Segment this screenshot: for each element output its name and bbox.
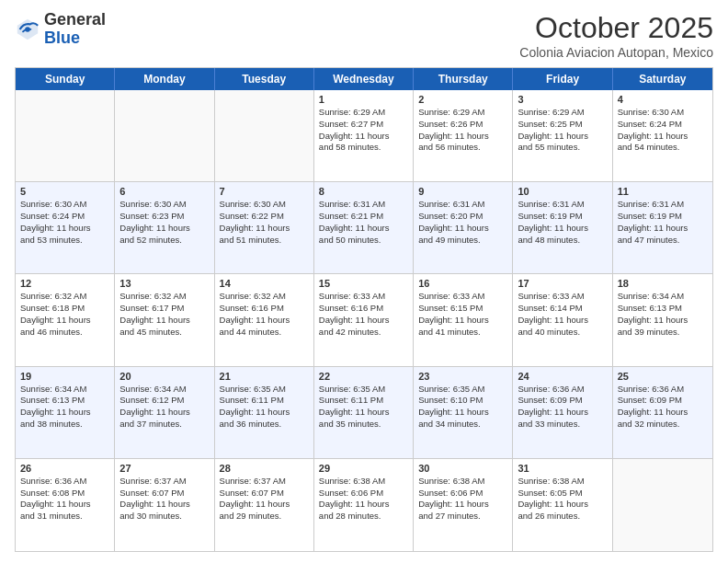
sunrise-text: Sunrise: 6:36 AM <box>20 476 109 488</box>
daylight-text-1: Daylight: 11 hours <box>220 315 309 327</box>
sunset-text: Sunset: 6:26 PM <box>418 119 507 131</box>
sunset-text: Sunset: 6:20 PM <box>418 211 507 223</box>
header: General Blue October 2025 Colonia Aviaci… <box>15 11 713 60</box>
calendar-cell: 3 Sunrise: 6:29 AM Sunset: 6:25 PM Dayli… <box>513 90 612 181</box>
calendar-header: Sunday Monday Tuesday Wednesday Thursday… <box>16 68 712 90</box>
daylight-text-1: Daylight: 11 hours <box>20 499 109 511</box>
calendar-cell: 12 Sunrise: 6:32 AM Sunset: 6:18 PM Dayl… <box>16 274 115 365</box>
daylight-text-1: Daylight: 11 hours <box>618 223 708 235</box>
sunrise-text: Sunrise: 6:33 AM <box>418 291 507 303</box>
day-number: 8 <box>319 186 408 197</box>
sunrise-text: Sunrise: 6:36 AM <box>618 384 708 396</box>
sunrise-text: Sunrise: 6:32 AM <box>220 291 309 303</box>
sunset-text: Sunset: 6:23 PM <box>119 211 209 223</box>
logo-general: General <box>44 10 106 29</box>
calendar-cell: 28 Sunrise: 6:37 AM Sunset: 6:07 PM Dayl… <box>215 459 314 551</box>
sunrise-text: Sunrise: 6:37 AM <box>220 476 309 488</box>
calendar-cell <box>215 90 314 181</box>
calendar-cell: 10 Sunrise: 6:31 AM Sunset: 6:19 PM Dayl… <box>513 182 612 273</box>
daylight-text-1: Daylight: 11 hours <box>20 223 109 235</box>
calendar-cell: 29 Sunrise: 6:38 AM Sunset: 6:06 PM Dayl… <box>314 459 414 551</box>
sunrise-text: Sunrise: 6:31 AM <box>618 199 708 211</box>
header-sunday: Sunday <box>16 68 115 90</box>
calendar-cell: 27 Sunrise: 6:37 AM Sunset: 6:07 PM Dayl… <box>115 459 214 551</box>
calendar-cell: 6 Sunrise: 6:30 AM Sunset: 6:23 PM Dayli… <box>115 182 214 273</box>
location-subtitle: Colonia Aviacion Autopan, Mexico <box>519 45 713 60</box>
sunrise-text: Sunrise: 6:34 AM <box>618 291 708 303</box>
day-number: 17 <box>518 278 607 289</box>
day-number: 22 <box>319 371 408 382</box>
sunrise-text: Sunrise: 6:29 AM <box>418 107 507 119</box>
calendar-cell: 30 Sunrise: 6:38 AM Sunset: 6:06 PM Dayl… <box>414 459 513 551</box>
daylight-text-1: Daylight: 11 hours <box>418 131 507 143</box>
daylight-text-2: and 32 minutes. <box>618 419 708 431</box>
daylight-text-2: and 28 minutes. <box>319 511 408 523</box>
day-number: 16 <box>418 278 507 289</box>
day-number: 25 <box>618 371 708 382</box>
sunrise-text: Sunrise: 6:38 AM <box>319 476 408 488</box>
day-number: 3 <box>518 94 607 105</box>
sunset-text: Sunset: 6:13 PM <box>20 395 109 407</box>
daylight-text-1: Daylight: 11 hours <box>518 131 607 143</box>
daylight-text-1: Daylight: 11 hours <box>119 315 209 327</box>
sunrise-text: Sunrise: 6:38 AM <box>418 476 507 488</box>
sunset-text: Sunset: 6:11 PM <box>319 395 408 407</box>
day-number: 29 <box>319 463 408 474</box>
sunrise-text: Sunrise: 6:35 AM <box>418 384 507 396</box>
calendar-cell: 23 Sunrise: 6:35 AM Sunset: 6:10 PM Dayl… <box>414 367 513 458</box>
daylight-text-2: and 40 minutes. <box>518 327 607 339</box>
daylight-text-1: Daylight: 11 hours <box>20 407 109 419</box>
daylight-text-1: Daylight: 11 hours <box>119 223 209 235</box>
sunset-text: Sunset: 6:09 PM <box>518 395 607 407</box>
daylight-text-1: Daylight: 11 hours <box>518 223 607 235</box>
header-wednesday: Wednesday <box>314 68 414 90</box>
day-number: 26 <box>20 463 109 474</box>
daylight-text-1: Daylight: 11 hours <box>618 407 708 419</box>
calendar-cell: 26 Sunrise: 6:36 AM Sunset: 6:08 PM Dayl… <box>16 459 115 551</box>
logo: General Blue <box>15 11 106 48</box>
sunset-text: Sunset: 6:11 PM <box>220 395 309 407</box>
sunset-text: Sunset: 6:25 PM <box>518 119 607 131</box>
daylight-text-1: Daylight: 11 hours <box>319 131 408 143</box>
sunset-text: Sunset: 6:24 PM <box>20 211 109 223</box>
sunset-text: Sunset: 6:17 PM <box>119 303 209 315</box>
calendar-cell: 5 Sunrise: 6:30 AM Sunset: 6:24 PM Dayli… <box>16 182 115 273</box>
logo-blue: Blue <box>44 29 80 47</box>
daylight-text-1: Daylight: 11 hours <box>618 315 708 327</box>
sunrise-text: Sunrise: 6:37 AM <box>119 476 209 488</box>
sunrise-text: Sunrise: 6:38 AM <box>518 476 607 488</box>
day-number: 15 <box>319 278 408 289</box>
daylight-text-2: and 54 minutes. <box>618 142 708 154</box>
sunrise-text: Sunrise: 6:30 AM <box>20 199 109 211</box>
daylight-text-2: and 26 minutes. <box>518 511 607 523</box>
daylight-text-1: Daylight: 11 hours <box>319 315 408 327</box>
calendar-row-2: 12 Sunrise: 6:32 AM Sunset: 6:18 PM Dayl… <box>16 274 712 366</box>
day-number: 14 <box>220 278 309 289</box>
sunrise-text: Sunrise: 6:30 AM <box>220 199 309 211</box>
calendar-cell <box>16 90 115 181</box>
daylight-text-2: and 29 minutes. <box>220 511 309 523</box>
calendar-cell: 1 Sunrise: 6:29 AM Sunset: 6:27 PM Dayli… <box>314 90 414 181</box>
sunrise-text: Sunrise: 6:31 AM <box>418 199 507 211</box>
daylight-text-2: and 31 minutes. <box>20 511 109 523</box>
daylight-text-1: Daylight: 11 hours <box>319 499 408 511</box>
calendar-cell: 9 Sunrise: 6:31 AM Sunset: 6:20 PM Dayli… <box>414 182 513 273</box>
daylight-text-2: and 45 minutes. <box>119 327 209 339</box>
day-number: 20 <box>119 371 209 382</box>
sunset-text: Sunset: 6:24 PM <box>618 119 708 131</box>
daylight-text-1: Daylight: 11 hours <box>20 315 109 327</box>
sunrise-text: Sunrise: 6:30 AM <box>119 199 209 211</box>
sunset-text: Sunset: 6:18 PM <box>20 303 109 315</box>
day-number: 27 <box>119 463 209 474</box>
daylight-text-2: and 47 minutes. <box>618 235 708 247</box>
daylight-text-2: and 46 minutes. <box>20 327 109 339</box>
sunrise-text: Sunrise: 6:32 AM <box>20 291 109 303</box>
day-number: 30 <box>418 463 507 474</box>
title-block: October 2025 Colonia Aviacion Autopan, M… <box>519 11 713 60</box>
sunrise-text: Sunrise: 6:35 AM <box>319 384 408 396</box>
daylight-text-2: and 44 minutes. <box>220 327 309 339</box>
sunrise-text: Sunrise: 6:29 AM <box>518 107 607 119</box>
sunset-text: Sunset: 6:14 PM <box>518 303 607 315</box>
sunset-text: Sunset: 6:13 PM <box>618 303 708 315</box>
sunset-text: Sunset: 6:07 PM <box>220 488 309 500</box>
